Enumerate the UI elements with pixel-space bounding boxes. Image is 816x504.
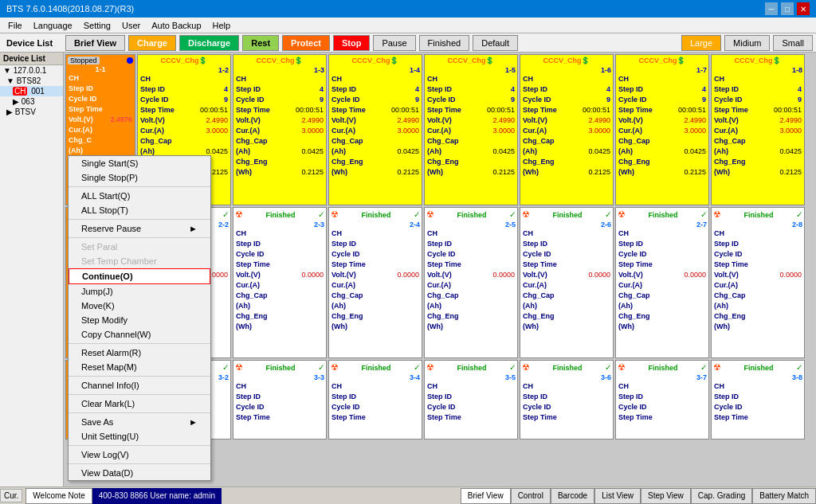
cm-move[interactable]: Move(K) <box>69 299 210 313</box>
status-tab-brief-view[interactable]: Brief View <box>461 488 511 504</box>
channel-card-1-3[interactable]: CCCV_Chg💲 1-3 CH Step ID4 Cycle ID9 Step… <box>233 54 327 205</box>
cm-sep-5 <box>69 376 210 377</box>
cm-arrow-icon: ► <box>189 224 198 233</box>
device-list-label: Device List <box>3 37 56 49</box>
tab-charge[interactable]: Charge <box>128 35 176 51</box>
cm-clear-mark[interactable]: Clear Mark(L) <box>69 397 210 411</box>
minimize-button[interactable]: ─ <box>765 2 778 15</box>
context-menu: Single Start(S) Single Stop(P) ALL Start… <box>68 155 211 481</box>
cm-reset-alarm[interactable]: Reset Alarm(R) <box>69 346 210 360</box>
channel-card-3-8[interactable]: ☢ Finished ✓ 3-8 CH Step ID Cycle ID Ste… <box>711 360 805 440</box>
channel-card-2-7[interactable]: ☢ Finished ✓ 2-7 CH Step ID Cycle ID Ste… <box>615 207 709 358</box>
channel-card-2-3[interactable]: ☢ Finished ✓ 2-3 CH Step ID Cycle ID Ste… <box>233 207 327 358</box>
status-tab-list-view[interactable]: List View <box>594 488 641 504</box>
tab-discharge[interactable]: Discharge <box>179 35 239 51</box>
cm-set-temp: Set Temp Chamber <box>69 254 210 268</box>
toolbar: Device List Brief View Charge Discharge … <box>0 33 816 53</box>
device-ip[interactable]: ▼ 127.0.0.1 <box>0 65 63 76</box>
title-text: BTS 7.6.0.1408(2018.08.27)(R3) <box>6 4 134 14</box>
cm-view-data[interactable]: View Data(D) <box>69 466 210 480</box>
tab-rest[interactable]: Rest <box>242 35 279 51</box>
cm-sep-4 <box>69 343 210 344</box>
cm-sep-2 <box>69 219 210 220</box>
cm-channel-info[interactable]: Channel Info(I) <box>69 378 210 393</box>
channel-card-3-7[interactable]: ☢ Finished ✓ 3-7 CH Step ID Cycle ID Ste… <box>615 360 709 440</box>
title-bar: BTS 7.6.0.1408(2018.08.27)(R3) ─ □ ✕ <box>0 0 816 18</box>
tab-protect[interactable]: Protect <box>282 35 330 51</box>
status-dot <box>127 57 133 64</box>
menu-setting[interactable]: Setting <box>79 20 116 31</box>
welcome-text: Welcome Note <box>33 491 84 500</box>
channel-card-1-6[interactable]: CCCV_Chg💲 1-6 CH Step ID4 Cycle ID9 Step… <box>520 54 614 205</box>
tab-midium[interactable]: Midium <box>724 35 770 51</box>
channel-card-2-5[interactable]: ☢ Finished ✓ 2-5 CH Step ID Cycle ID Ste… <box>424 207 518 358</box>
cm-reserve-pause[interactable]: Reserve Pause ► <box>69 221 210 236</box>
cm-save-as[interactable]: Save As ► <box>69 415 210 429</box>
cm-copy-channel[interactable]: Copy Channel(W) <box>69 327 210 342</box>
cm-set-paral: Set Paral <box>69 240 210 254</box>
channel-card-2-8[interactable]: ☢ Finished ✓ 2-8 CH Step ID Cycle ID Ste… <box>711 207 805 358</box>
tab-finished[interactable]: Finished <box>419 35 470 51</box>
tab-small[interactable]: Small <box>773 35 813 51</box>
cm-sep-1 <box>69 186 210 187</box>
channel-card-3-6[interactable]: ☢ Finished ✓ 3-6 CH Step ID Cycle ID Ste… <box>520 360 614 440</box>
menu-file[interactable]: File <box>3 20 27 31</box>
cm-jump[interactable]: Jump(J) <box>69 284 210 299</box>
device-btsv[interactable]: ▶ BTSV <box>0 107 63 117</box>
device-bts82[interactable]: ▼ BTS82 <box>0 76 63 86</box>
menu-user[interactable]: User <box>117 20 145 31</box>
status-welcome-tab[interactable]: Welcome Note <box>26 488 92 504</box>
cm-reserve-pause-label: Reserve Pause <box>81 224 141 233</box>
cm-all-stop[interactable]: ALL Stop(T) <box>69 203 210 217</box>
device-ch001[interactable]: CH 001 <box>0 86 63 96</box>
menu-language[interactable]: Language <box>29 20 77 31</box>
tab-large[interactable]: Large <box>681 35 721 51</box>
cm-sep-7 <box>69 412 210 413</box>
channel-card-1-8[interactable]: CCCV_Chg💲 1-8 CH Step ID4 Cycle ID9 Step… <box>711 54 805 205</box>
menu-autobackup[interactable]: Auto Backup <box>147 20 206 31</box>
cm-step-modify[interactable]: Step Modify <box>69 313 210 327</box>
cm-save-as-arrow-icon: ► <box>189 417 198 427</box>
cm-sep-9 <box>69 463 210 464</box>
cm-sep-8 <box>69 445 210 446</box>
status-tab-barcode[interactable]: Barcode <box>551 488 594 504</box>
status-tab-cap-grading[interactable]: Cap. Grading <box>691 488 752 504</box>
ch-badge: CH <box>13 87 27 96</box>
device-063[interactable]: ▶ 063 <box>0 96 63 107</box>
cm-sep-3 <box>69 237 210 238</box>
status-tab-control[interactable]: Control <box>511 488 551 504</box>
status-info: 400-830 8866 User name: admin <box>92 488 222 504</box>
status-bar: Cur. Welcome Note 400-830 8866 User name… <box>0 486 816 504</box>
tab-stop[interactable]: Stop <box>333 35 370 51</box>
window-controls[interactable]: ─ □ ✕ <box>765 2 810 15</box>
cm-all-start[interactable]: ALL Start(Q) <box>69 189 210 203</box>
cm-sep-6 <box>69 394 210 395</box>
channel-card-2-4[interactable]: ☢ Finished ✓ 2-4 CH Step ID Cycle ID Ste… <box>328 207 422 358</box>
status-tab-battery-match[interactable]: Battery Match <box>752 488 816 504</box>
phone-number: 400-830 8866 <box>99 491 148 500</box>
cm-view-log[interactable]: View Log(V) <box>69 447 210 462</box>
cm-single-stop[interactable]: Single Stop(P) <box>69 170 210 185</box>
channel-card-1-7[interactable]: CCCV_Chg💲 1-7 CH Step ID4 Cycle ID9 Step… <box>615 54 709 205</box>
channel-card-3-4[interactable]: ☢ Finished ✓ 3-4 CH Step ID Cycle ID Ste… <box>328 360 422 440</box>
channel-card-1-5[interactable]: CCCV_Chg💲 1-5 CH Step ID4 Cycle ID9 Step… <box>424 54 518 205</box>
cm-unit-setting[interactable]: Unit Setting(U) <box>69 429 210 443</box>
menu-help[interactable]: Help <box>208 20 236 31</box>
channel-card-3-5[interactable]: ☢ Finished ✓ 3-5 CH Step ID Cycle ID Ste… <box>424 360 518 440</box>
status-tab-step-view[interactable]: Step View <box>641 488 691 504</box>
cm-continue[interactable]: Continue(O) <box>69 268 210 284</box>
tab-brief-view[interactable]: Brief View <box>65 35 125 51</box>
device-list-header: Device List <box>0 53 63 65</box>
cur-label: Cur. <box>4 491 18 500</box>
close-button[interactable]: ✕ <box>797 2 810 15</box>
channel-card-2-6[interactable]: ☢ Finished ✓ 2-6 CH Step ID Cycle ID Ste… <box>520 207 614 358</box>
tab-pause[interactable]: Pause <box>373 35 415 51</box>
cm-reset-map[interactable]: Reset Map(M) <box>69 360 210 374</box>
status-cur: Cur. <box>0 489 22 502</box>
cm-single-start[interactable]: Single Start(S) <box>69 156 210 170</box>
tab-default[interactable]: Default <box>473 35 518 51</box>
maximize-button[interactable]: □ <box>781 2 794 15</box>
cm-save-as-label: Save As <box>81 417 113 427</box>
channel-card-3-3[interactable]: ☢ Finished ✓ 3-3 CH Step ID Cycle ID Ste… <box>233 360 327 440</box>
channel-card-1-4[interactable]: CCCV_Chg💲 1-4 CH Step ID4 Cycle ID9 Step… <box>328 54 422 205</box>
